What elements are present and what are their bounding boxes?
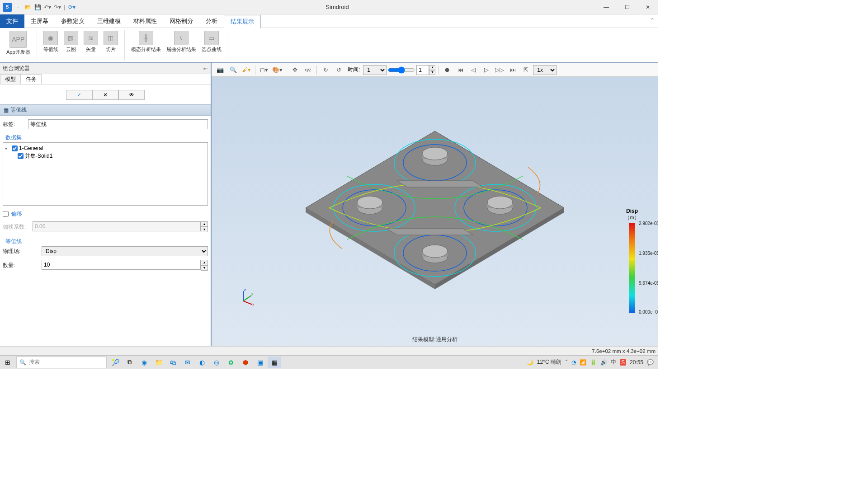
axes-icon[interactable]: xyz bbox=[302, 65, 314, 75]
app-dev-button[interactable]: APP App开发器 bbox=[4, 30, 33, 56]
open-icon[interactable]: 📂 bbox=[24, 3, 32, 11]
buckling-button[interactable]: ⤹屈曲分析结果 bbox=[164, 30, 199, 53]
next-icon[interactable]: ▷▷ bbox=[494, 65, 505, 75]
browser-icon[interactable]: ◎ bbox=[210, 357, 223, 368]
modal-button[interactable]: ╫模态分析结果 bbox=[128, 30, 164, 53]
zoom-icon[interactable]: 🔍 bbox=[227, 65, 239, 75]
snapshot-icon[interactable]: 📷 bbox=[214, 65, 226, 75]
app1-icon[interactable]: ▣ bbox=[253, 357, 267, 368]
rotate-ccw-icon[interactable]: ↺ bbox=[333, 65, 344, 75]
caret-icon[interactable]: ▾ bbox=[5, 146, 10, 151]
new-icon[interactable]: ▫ bbox=[14, 3, 22, 11]
slice-button[interactable]: ◫切片 bbox=[101, 30, 121, 53]
weather-icon[interactable]: 🌙 bbox=[527, 359, 533, 366]
modal-label: 模态分析结果 bbox=[131, 47, 161, 52]
maximize-button[interactable]: ☐ bbox=[617, 0, 637, 14]
view-box-icon[interactable]: ◻▾ bbox=[258, 65, 270, 75]
edge2-icon[interactable]: ◐ bbox=[195, 357, 209, 368]
frame-input[interactable] bbox=[416, 65, 429, 75]
office-icon[interactable]: ⬢ bbox=[239, 357, 252, 368]
contour-button[interactable]: ◉等值线 bbox=[41, 30, 61, 53]
count-up[interactable]: ▲ bbox=[201, 260, 208, 265]
rotate-cw-icon[interactable]: ↻ bbox=[320, 65, 331, 75]
tree-row-general[interactable]: ▾ 1-General bbox=[5, 145, 206, 152]
pick-curve-icon: ▭ bbox=[204, 31, 219, 45]
tab-params[interactable]: 参数定义 bbox=[55, 14, 91, 28]
prev-icon[interactable]: ◁ bbox=[467, 65, 479, 75]
frame-down[interactable]: ▼ bbox=[429, 70, 435, 75]
explorer-icon[interactable]: 📁 bbox=[152, 357, 165, 368]
cancel-button[interactable]: ✕ bbox=[92, 90, 118, 100]
tab-home[interactable]: 主屏幕 bbox=[24, 14, 55, 28]
play-icon[interactable]: ▷ bbox=[481, 65, 492, 75]
edge-icon[interactable]: ◉ bbox=[137, 357, 151, 368]
cloud-button[interactable]: ▧云图 bbox=[61, 30, 81, 53]
legend-bar: 2.902e-05 1.935e-05 9.674e-06 0.000e+00 bbox=[629, 223, 635, 313]
store-icon[interactable]: 🛍 bbox=[166, 357, 180, 368]
weather-text[interactable]: 12°C 晴朗 bbox=[537, 358, 561, 366]
preview-button[interactable]: 👁 bbox=[118, 90, 145, 100]
last-icon[interactable]: ⏭ bbox=[507, 65, 519, 75]
offset-checkbox[interactable] bbox=[3, 211, 9, 217]
tab-mesh[interactable]: 网格剖分 bbox=[163, 14, 199, 28]
tray-icon-1[interactable]: ◔ bbox=[571, 359, 576, 366]
save-icon[interactable]: 💾 bbox=[33, 3, 42, 11]
apply-button[interactable]: ✓ bbox=[66, 90, 92, 100]
tab-task[interactable]: 任务 bbox=[21, 74, 42, 84]
render-mode-icon[interactable]: 🎨▾ bbox=[271, 65, 283, 75]
notifications-icon[interactable]: 💬 bbox=[647, 359, 654, 366]
tab-material[interactable]: 材料属性 bbox=[127, 14, 163, 28]
dataset-tree[interactable]: ▾ 1-General 并集-Solid1 bbox=[3, 142, 208, 206]
minimize-button[interactable]: — bbox=[596, 0, 617, 14]
taskview-icon[interactable]: ⧉ bbox=[123, 357, 137, 368]
time-select[interactable]: 1 bbox=[363, 65, 387, 75]
tab-3d[interactable]: 三维建模 bbox=[91, 14, 127, 28]
tree-checkbox-solid[interactable] bbox=[18, 153, 24, 159]
count-down[interactable]: ▼ bbox=[201, 265, 208, 271]
collapse-ribbon-icon[interactable]: ⌃ bbox=[650, 17, 655, 23]
wifi-icon[interactable]: 📶 bbox=[580, 359, 586, 366]
tab-results[interactable]: 结果展示 bbox=[224, 15, 261, 28]
highlight-icon[interactable]: 🖌▾ bbox=[241, 65, 252, 75]
time-slider[interactable] bbox=[388, 65, 415, 75]
search-box[interactable]: 🔍 搜索 bbox=[16, 357, 107, 368]
refresh-icon[interactable]: ⟳▾ bbox=[68, 3, 76, 11]
volume-icon[interactable]: 🔊 bbox=[600, 359, 607, 366]
tab-analysis[interactable]: 分析 bbox=[199, 14, 224, 28]
clock[interactable]: 20:55 bbox=[630, 359, 643, 366]
simdroid-task-icon[interactable]: ▦ bbox=[268, 357, 281, 368]
vector-button[interactable]: ≋矢量 bbox=[81, 30, 101, 53]
chevron-up-icon[interactable]: ˄ bbox=[565, 359, 568, 366]
modal-icon: ╫ bbox=[139, 31, 153, 45]
tab-model[interactable]: 模型 bbox=[0, 74, 21, 84]
viewport-canvas[interactable]: z x y 结果模型:通用分析 Disp （m） 2.902e-05 1.935… bbox=[212, 77, 658, 346]
pin-icon[interactable]: ⇤ bbox=[203, 66, 208, 72]
physics-select[interactable]: Disp bbox=[42, 246, 208, 256]
pick-curve-button[interactable]: ▭选点曲线 bbox=[199, 30, 224, 53]
record-icon[interactable]: ⏺ bbox=[441, 65, 453, 75]
tag-input[interactable] bbox=[28, 119, 208, 129]
svg-point-16 bbox=[422, 245, 448, 258]
tree-checkbox-general[interactable] bbox=[12, 145, 18, 151]
wechat-icon[interactable]: ✿ bbox=[224, 357, 238, 368]
frame-up[interactable]: ▲ bbox=[429, 65, 435, 70]
svg-line-27 bbox=[243, 301, 252, 305]
buckling-icon: ⤹ bbox=[174, 31, 189, 45]
close-button[interactable]: ✕ bbox=[637, 0, 658, 14]
battery-icon[interactable]: 🔋 bbox=[590, 359, 597, 366]
ime-icon[interactable]: 中 bbox=[611, 358, 616, 366]
cortana-icon[interactable]: 🎾 bbox=[108, 357, 122, 368]
speed-select[interactable]: 1x bbox=[533, 65, 557, 75]
main-area: 组合浏览器 ⇤ 模型 任务 ✓ ✕ 👁 ▦ 等值线 标签: 数据集 bbox=[0, 63, 658, 346]
mail-icon[interactable]: ✉ bbox=[181, 357, 194, 368]
undo-icon[interactable]: ↶▾ bbox=[43, 3, 52, 11]
tree-row-solid[interactable]: 并集-Solid1 bbox=[5, 152, 206, 160]
count-input[interactable] bbox=[42, 260, 201, 270]
redo-icon[interactable]: ↷▾ bbox=[53, 3, 61, 11]
fit-icon[interactable]: ✥ bbox=[289, 65, 301, 75]
sogou-icon[interactable]: S bbox=[620, 359, 626, 366]
first-icon[interactable]: ⏮ bbox=[454, 65, 466, 75]
export-icon[interactable]: ⇱ bbox=[520, 65, 532, 75]
start-button[interactable]: ⊞ bbox=[1, 357, 14, 368]
tab-file[interactable]: 文件 bbox=[0, 14, 24, 28]
